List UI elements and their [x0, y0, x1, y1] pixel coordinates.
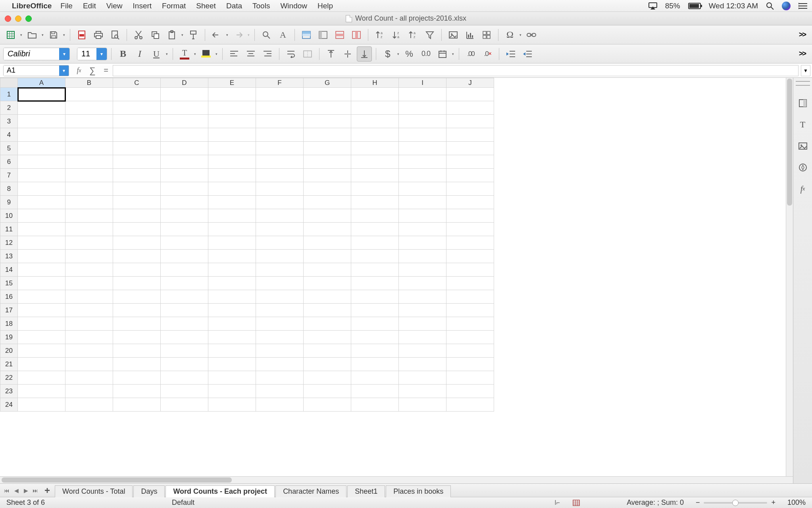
cell[interactable]	[208, 290, 256, 304]
cell[interactable]	[18, 344, 65, 358]
cell[interactable]	[446, 250, 494, 263]
app-name[interactable]: LibreOffice	[12, 2, 52, 10]
cell[interactable]	[351, 331, 399, 344]
column-header[interactable]: G	[304, 78, 351, 88]
zoom-track[interactable]	[704, 502, 767, 504]
cell[interactable]	[65, 128, 113, 142]
cell[interactable]	[304, 385, 351, 398]
cell[interactable]	[304, 182, 351, 196]
insert-image-button[interactable]	[446, 27, 461, 42]
column-header[interactable]: B	[65, 78, 113, 88]
cell[interactable]	[256, 142, 304, 155]
cell[interactable]	[351, 371, 399, 385]
spotlight-search-icon[interactable]	[766, 2, 774, 10]
menu-tools[interactable]: Tools	[252, 2, 270, 10]
cell[interactable]	[161, 398, 208, 412]
column-button[interactable]	[316, 27, 331, 42]
cell[interactable]	[446, 236, 494, 250]
align-left-button[interactable]	[227, 46, 242, 62]
menu-window[interactable]: Window	[280, 2, 307, 10]
cell[interactable]	[113, 358, 161, 371]
notification-center-icon[interactable]	[799, 2, 807, 10]
cell[interactable]	[208, 344, 256, 358]
cell[interactable]	[351, 169, 399, 182]
cell[interactable]	[256, 155, 304, 169]
menu-file[interactable]: File	[60, 2, 73, 10]
cell[interactable]	[161, 169, 208, 182]
row-header[interactable]: 6	[0, 155, 18, 169]
cell[interactable]	[256, 317, 304, 331]
cell[interactable]	[113, 398, 161, 412]
row-header[interactable]: 4	[0, 128, 18, 142]
print-button[interactable]	[91, 27, 106, 42]
cell[interactable]	[351, 317, 399, 331]
cell[interactable]	[399, 290, 446, 304]
wrap-text-button[interactable]	[283, 46, 298, 62]
cell[interactable]	[113, 182, 161, 196]
cell[interactable]	[208, 88, 256, 101]
underline-button[interactable]: U	[149, 46, 164, 62]
row-header[interactable]: 20	[0, 344, 18, 358]
align-bottom-button[interactable]	[357, 46, 372, 62]
menu-format[interactable]: Format	[162, 2, 186, 10]
cell[interactable]	[65, 196, 113, 209]
sheet-tab[interactable]: Word Counts - Total	[55, 485, 133, 497]
cell[interactable]	[161, 317, 208, 331]
cell[interactable]	[161, 155, 208, 169]
cell[interactable]	[399, 317, 446, 331]
cell[interactable]	[351, 277, 399, 290]
cell[interactable]	[446, 331, 494, 344]
cell[interactable]	[351, 358, 399, 371]
menu-data[interactable]: Data	[226, 2, 242, 10]
cell[interactable]	[208, 209, 256, 223]
cell[interactable]	[446, 128, 494, 142]
row-header[interactable]: 5	[0, 142, 18, 155]
cell[interactable]	[161, 209, 208, 223]
cell[interactable]	[446, 263, 494, 277]
cell[interactable]	[208, 358, 256, 371]
insert-pivot-button[interactable]	[479, 27, 494, 42]
menu-insert[interactable]: Insert	[133, 2, 152, 10]
cell[interactable]	[65, 317, 113, 331]
cell[interactable]	[113, 209, 161, 223]
cell[interactable]	[65, 115, 113, 128]
cell[interactable]	[446, 398, 494, 412]
cell[interactable]	[399, 277, 446, 290]
fullscreen-window-button[interactable]	[25, 15, 32, 22]
spellcheck-button[interactable]: A	[275, 27, 291, 42]
cell[interactable]	[113, 385, 161, 398]
cell[interactable]	[113, 290, 161, 304]
special-char-button[interactable]: Ω	[502, 27, 518, 42]
cell[interactable]	[399, 101, 446, 115]
cell[interactable]	[113, 263, 161, 277]
cell[interactable]	[113, 169, 161, 182]
row-button[interactable]	[299, 27, 314, 42]
font-size-dropdown-button[interactable]: ▾	[96, 48, 107, 60]
cell[interactable]	[161, 223, 208, 236]
row-header[interactable]: 23	[0, 385, 18, 398]
find-replace-button[interactable]	[259, 27, 274, 42]
row-header[interactable]: 11	[0, 223, 18, 236]
cell[interactable]	[256, 128, 304, 142]
delete-column-button[interactable]	[349, 27, 364, 42]
formatting-overflow-button[interactable]: >>	[796, 50, 809, 58]
cell[interactable]	[304, 142, 351, 155]
cell[interactable]	[208, 371, 256, 385]
menu-help[interactable]: Help	[317, 2, 333, 10]
formula-equals-button[interactable]: =	[99, 65, 113, 76]
save-button[interactable]	[46, 27, 61, 42]
cell[interactable]	[161, 182, 208, 196]
cell[interactable]	[399, 223, 446, 236]
align-center-button[interactable]	[243, 46, 258, 62]
cell[interactable]	[446, 115, 494, 128]
cell[interactable]	[113, 250, 161, 263]
cell[interactable]	[256, 344, 304, 358]
cell[interactable]	[113, 304, 161, 317]
cell[interactable]	[113, 331, 161, 344]
row-header[interactable]: 18	[0, 317, 18, 331]
cell[interactable]	[351, 155, 399, 169]
column-header[interactable]: E	[208, 78, 256, 88]
select-all-corner[interactable]	[0, 78, 18, 88]
cell[interactable]	[351, 398, 399, 412]
cell[interactable]	[304, 398, 351, 412]
